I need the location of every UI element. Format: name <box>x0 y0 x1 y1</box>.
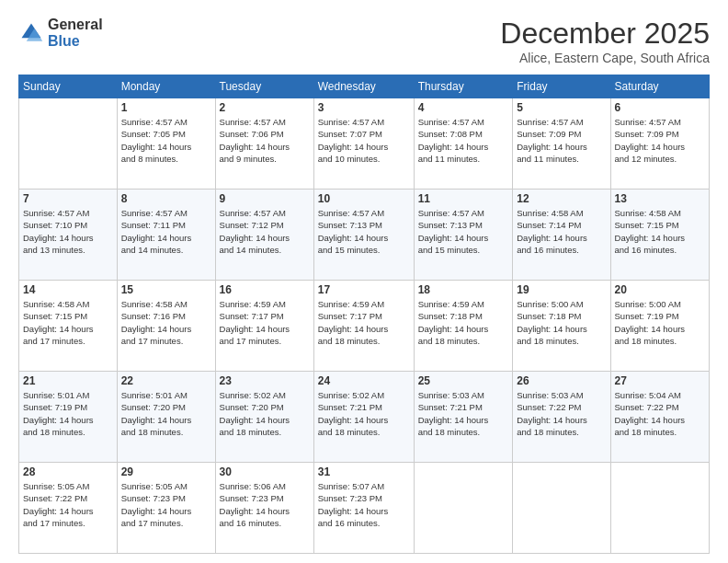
logo-blue: Blue <box>48 33 103 50</box>
calendar-cell: 16Sunrise: 4:59 AM Sunset: 7:17 PM Dayli… <box>215 281 313 372</box>
day-info: Sunrise: 4:58 AM Sunset: 7:15 PM Dayligh… <box>615 207 705 256</box>
calendar-cell: 12Sunrise: 4:58 AM Sunset: 7:14 PM Dayli… <box>513 190 610 281</box>
day-number: 7 <box>23 192 113 205</box>
day-info: Sunrise: 4:58 AM Sunset: 7:16 PM Dayligh… <box>121 298 211 347</box>
day-info: Sunrise: 4:57 AM Sunset: 7:12 PM Dayligh… <box>220 207 310 256</box>
day-number: 1 <box>121 101 211 114</box>
calendar-cell: 21Sunrise: 5:01 AM Sunset: 7:19 PM Dayli… <box>19 372 118 463</box>
day-info: Sunrise: 4:57 AM Sunset: 7:08 PM Dayligh… <box>418 116 509 165</box>
calendar-cell: 9Sunrise: 4:57 AM Sunset: 7:12 PM Daylig… <box>215 190 313 281</box>
day-info: Sunrise: 4:59 AM Sunset: 7:17 PM Dayligh… <box>220 298 310 347</box>
calendar-week-row: 14Sunrise: 4:58 AM Sunset: 7:15 PM Dayli… <box>19 281 710 372</box>
title-block: December 2025 Alice, Eastern Cape, South… <box>500 17 710 65</box>
day-number: 15 <box>121 283 211 296</box>
day-number: 2 <box>220 101 310 114</box>
day-number: 13 <box>615 192 705 205</box>
calendar-cell: 3Sunrise: 4:57 AM Sunset: 7:07 PM Daylig… <box>313 98 414 190</box>
day-info: Sunrise: 4:57 AM Sunset: 7:13 PM Dayligh… <box>418 207 509 256</box>
calendar-cell <box>513 463 610 554</box>
day-number: 20 <box>615 283 705 296</box>
month-title: December 2025 <box>500 17 710 51</box>
day-info: Sunrise: 4:57 AM Sunset: 7:06 PM Dayligh… <box>220 116 310 165</box>
calendar-cell: 4Sunrise: 4:57 AM Sunset: 7:08 PM Daylig… <box>414 98 513 190</box>
calendar-cell: 31Sunrise: 5:07 AM Sunset: 7:23 PM Dayli… <box>313 463 414 554</box>
calendar-header-tuesday: Tuesday <box>215 75 313 98</box>
calendar-week-row: 28Sunrise: 5:05 AM Sunset: 7:22 PM Dayli… <box>19 463 710 554</box>
logo-general: General <box>48 17 103 33</box>
day-number: 24 <box>318 374 410 387</box>
day-info: Sunrise: 4:58 AM Sunset: 7:14 PM Dayligh… <box>517 207 606 256</box>
calendar-cell <box>414 463 513 554</box>
calendar-cell: 24Sunrise: 5:02 AM Sunset: 7:21 PM Dayli… <box>313 372 414 463</box>
calendar-cell: 5Sunrise: 4:57 AM Sunset: 7:09 PM Daylig… <box>513 98 610 190</box>
calendar-cell <box>19 98 118 190</box>
day-number: 31 <box>318 465 410 478</box>
calendar-cell: 25Sunrise: 5:03 AM Sunset: 7:21 PM Dayli… <box>414 372 513 463</box>
calendar-cell <box>610 463 709 554</box>
day-number: 21 <box>23 374 113 387</box>
day-number: 28 <box>23 465 113 478</box>
calendar-cell: 27Sunrise: 5:04 AM Sunset: 7:22 PM Dayli… <box>610 372 709 463</box>
day-info: Sunrise: 5:07 AM Sunset: 7:23 PM Dayligh… <box>318 480 410 529</box>
day-info: Sunrise: 4:57 AM Sunset: 7:09 PM Dayligh… <box>615 116 705 165</box>
calendar-cell: 6Sunrise: 4:57 AM Sunset: 7:09 PM Daylig… <box>610 98 709 190</box>
calendar-header-monday: Monday <box>117 75 215 98</box>
calendar-header-wednesday: Wednesday <box>313 75 414 98</box>
calendar-header-friday: Friday <box>513 75 610 98</box>
calendar-cell: 22Sunrise: 5:01 AM Sunset: 7:20 PM Dayli… <box>117 372 215 463</box>
day-info: Sunrise: 5:03 AM Sunset: 7:21 PM Dayligh… <box>418 389 509 438</box>
day-info: Sunrise: 5:05 AM Sunset: 7:23 PM Dayligh… <box>121 480 211 529</box>
day-number: 22 <box>121 374 211 387</box>
day-number: 5 <box>517 101 606 114</box>
calendar-header-sunday: Sunday <box>19 75 118 98</box>
day-number: 3 <box>318 101 410 114</box>
day-number: 11 <box>418 192 509 205</box>
calendar-cell: 30Sunrise: 5:06 AM Sunset: 7:23 PM Dayli… <box>215 463 313 554</box>
day-info: Sunrise: 5:03 AM Sunset: 7:22 PM Dayligh… <box>517 389 606 438</box>
day-info: Sunrise: 5:00 AM Sunset: 7:18 PM Dayligh… <box>517 298 606 347</box>
day-info: Sunrise: 4:58 AM Sunset: 7:15 PM Dayligh… <box>23 298 113 347</box>
calendar-cell: 19Sunrise: 5:00 AM Sunset: 7:18 PM Dayli… <box>513 281 610 372</box>
day-number: 4 <box>418 101 509 114</box>
calendar-header-saturday: Saturday <box>610 75 709 98</box>
calendar-cell: 15Sunrise: 4:58 AM Sunset: 7:16 PM Dayli… <box>117 281 215 372</box>
subtitle: Alice, Eastern Cape, South Africa <box>500 51 710 65</box>
day-number: 27 <box>615 374 705 387</box>
header: General Blue December 2025 Alice, Easter… <box>18 17 710 65</box>
calendar-week-row: 7Sunrise: 4:57 AM Sunset: 7:10 PM Daylig… <box>19 190 710 281</box>
calendar-cell: 17Sunrise: 4:59 AM Sunset: 7:17 PM Dayli… <box>313 281 414 372</box>
day-info: Sunrise: 5:02 AM Sunset: 7:20 PM Dayligh… <box>220 389 310 438</box>
calendar-table: SundayMondayTuesdayWednesdayThursdayFrid… <box>18 75 710 554</box>
day-number: 25 <box>418 374 509 387</box>
day-info: Sunrise: 4:57 AM Sunset: 7:13 PM Dayligh… <box>318 207 410 256</box>
day-info: Sunrise: 5:01 AM Sunset: 7:20 PM Dayligh… <box>121 389 211 438</box>
day-info: Sunrise: 4:59 AM Sunset: 7:17 PM Dayligh… <box>318 298 410 347</box>
calendar-week-row: 21Sunrise: 5:01 AM Sunset: 7:19 PM Dayli… <box>19 372 710 463</box>
day-number: 10 <box>318 192 410 205</box>
calendar-cell: 10Sunrise: 4:57 AM Sunset: 7:13 PM Dayli… <box>313 190 414 281</box>
calendar-cell: 28Sunrise: 5:05 AM Sunset: 7:22 PM Dayli… <box>19 463 118 554</box>
day-info: Sunrise: 5:06 AM Sunset: 7:23 PM Dayligh… <box>220 480 310 529</box>
day-number: 9 <box>220 192 310 205</box>
day-info: Sunrise: 5:04 AM Sunset: 7:22 PM Dayligh… <box>615 389 705 438</box>
day-number: 29 <box>121 465 211 478</box>
calendar-cell: 1Sunrise: 4:57 AM Sunset: 7:05 PM Daylig… <box>117 98 215 190</box>
day-number: 12 <box>517 192 606 205</box>
page: General Blue December 2025 Alice, Easter… <box>0 0 728 563</box>
calendar-header-thursday: Thursday <box>414 75 513 98</box>
logo: General Blue <box>18 17 103 49</box>
day-info: Sunrise: 5:02 AM Sunset: 7:21 PM Dayligh… <box>318 389 410 438</box>
day-info: Sunrise: 5:01 AM Sunset: 7:19 PM Dayligh… <box>23 389 113 438</box>
calendar-cell: 11Sunrise: 4:57 AM Sunset: 7:13 PM Dayli… <box>414 190 513 281</box>
day-number: 30 <box>220 465 310 478</box>
calendar-cell: 8Sunrise: 4:57 AM Sunset: 7:11 PM Daylig… <box>117 190 215 281</box>
calendar-cell: 29Sunrise: 5:05 AM Sunset: 7:23 PM Dayli… <box>117 463 215 554</box>
calendar-header-row: SundayMondayTuesdayWednesdayThursdayFrid… <box>19 75 710 98</box>
day-number: 23 <box>220 374 310 387</box>
calendar-cell: 14Sunrise: 4:58 AM Sunset: 7:15 PM Dayli… <box>19 281 118 372</box>
day-info: Sunrise: 4:59 AM Sunset: 7:18 PM Dayligh… <box>418 298 509 347</box>
calendar-cell: 18Sunrise: 4:59 AM Sunset: 7:18 PM Dayli… <box>414 281 513 372</box>
day-number: 6 <box>615 101 705 114</box>
calendar-cell: 13Sunrise: 4:58 AM Sunset: 7:15 PM Dayli… <box>610 190 709 281</box>
logo-text: General Blue <box>48 17 103 49</box>
